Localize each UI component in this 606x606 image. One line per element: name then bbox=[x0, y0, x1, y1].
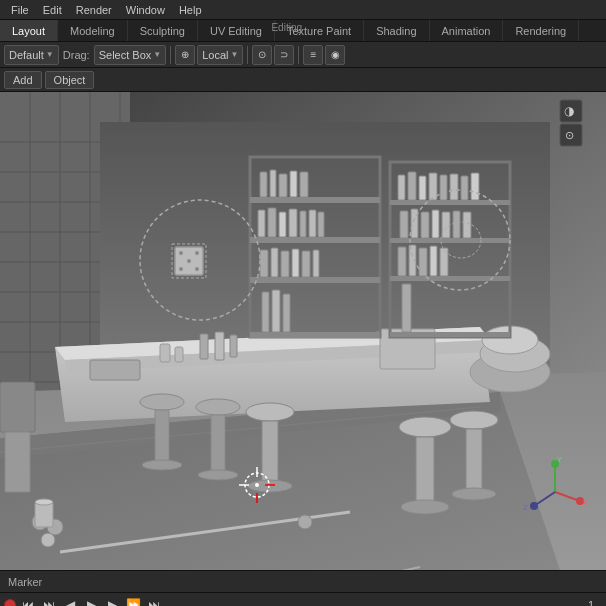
menu-bar: File Edit Render Window Help bbox=[0, 0, 606, 20]
svg-rect-48 bbox=[300, 172, 308, 197]
scene-svg: Y X Z ◑ ⊙ bbox=[0, 92, 606, 570]
svg-rect-95 bbox=[211, 415, 225, 475]
svg-rect-85 bbox=[398, 247, 406, 276]
svg-rect-52 bbox=[289, 209, 297, 237]
svg-rect-62 bbox=[262, 292, 269, 332]
svg-rect-108 bbox=[160, 344, 170, 362]
prev-keyframe-button[interactable]: ⏭ bbox=[40, 596, 58, 607]
svg-rect-82 bbox=[442, 212, 450, 238]
play-button[interactable]: ▶ bbox=[82, 596, 100, 607]
svg-point-97 bbox=[246, 403, 294, 421]
svg-rect-31 bbox=[90, 360, 140, 380]
next-frame-button[interactable]: ▶ bbox=[103, 596, 121, 607]
marker-label: Marker bbox=[8, 576, 42, 588]
svg-text:⊙: ⊙ bbox=[565, 129, 574, 141]
svg-rect-51 bbox=[279, 212, 286, 237]
menu-render[interactable]: Render bbox=[69, 2, 119, 18]
svg-rect-74 bbox=[440, 175, 447, 200]
svg-rect-80 bbox=[421, 212, 429, 238]
svg-point-100 bbox=[399, 417, 451, 437]
svg-rect-44 bbox=[260, 172, 267, 197]
svg-rect-81 bbox=[432, 210, 439, 238]
svg-rect-64 bbox=[283, 294, 290, 332]
svg-point-94 bbox=[196, 399, 240, 415]
toolbar2: Add Object bbox=[0, 68, 606, 92]
tab-animation[interactable]: Animation bbox=[430, 20, 504, 41]
svg-rect-34 bbox=[230, 335, 237, 357]
tab-rendering[interactable]: Rendering bbox=[503, 20, 579, 41]
jump-end-button[interactable]: ⏭ bbox=[145, 596, 163, 607]
proportional-icon-btn[interactable]: ⊃ bbox=[274, 45, 294, 65]
svg-rect-92 bbox=[155, 410, 169, 465]
pivot-icon-btn[interactable]: ⊙ bbox=[252, 45, 272, 65]
svg-rect-46 bbox=[279, 174, 287, 197]
menu-file[interactable]: File bbox=[4, 2, 36, 18]
drag-label: Drag: bbox=[61, 49, 92, 61]
svg-rect-43 bbox=[250, 332, 380, 338]
snap-icon-btn[interactable]: ⊕ bbox=[175, 45, 195, 65]
svg-rect-63 bbox=[272, 290, 280, 332]
svg-rect-106 bbox=[0, 382, 35, 432]
tab-shading[interactable]: Shading bbox=[364, 20, 429, 41]
svg-point-27 bbox=[298, 515, 312, 529]
separator-3 bbox=[298, 46, 299, 64]
svg-rect-98 bbox=[262, 421, 278, 486]
transform-orientation-dropdown[interactable]: Local ▼ bbox=[197, 45, 243, 65]
svg-rect-84 bbox=[463, 212, 471, 238]
svg-rect-67 bbox=[390, 238, 510, 243]
editing-label: Editing bbox=[267, 20, 306, 35]
svg-point-121 bbox=[187, 259, 191, 263]
svg-text:Z: Z bbox=[523, 503, 528, 512]
svg-rect-76 bbox=[461, 176, 468, 200]
svg-point-119 bbox=[179, 251, 183, 255]
svg-rect-42 bbox=[250, 277, 380, 283]
svg-rect-54 bbox=[309, 210, 316, 237]
tab-sculpting[interactable]: Sculpting bbox=[128, 20, 198, 41]
tabs-bar: Layout Modeling Sculpting UV Editing Tex… bbox=[0, 20, 606, 42]
tab-modeling[interactable]: Modeling bbox=[58, 20, 128, 41]
toolbar: Default ▼ Drag: Select Box ▼ ⊕ Local ▼ ⊙… bbox=[0, 42, 606, 68]
transform-orientation-label: Local bbox=[202, 49, 228, 61]
object-button[interactable]: Object bbox=[45, 71, 95, 89]
svg-rect-83 bbox=[453, 211, 460, 238]
svg-rect-25 bbox=[35, 502, 53, 527]
svg-point-102 bbox=[401, 500, 449, 514]
extra-icon-btn[interactable]: ≡ bbox=[303, 45, 323, 65]
jump-start-button[interactable]: ⏮ bbox=[19, 596, 37, 607]
svg-rect-75 bbox=[450, 174, 458, 200]
svg-point-120 bbox=[195, 251, 199, 255]
menu-help[interactable]: Help bbox=[172, 2, 209, 18]
svg-rect-90 bbox=[402, 284, 411, 332]
select-box-dropdown[interactable]: Select Box ▼ bbox=[94, 45, 167, 65]
svg-rect-87 bbox=[419, 248, 427, 276]
svg-rect-45 bbox=[270, 170, 276, 197]
record-button[interactable] bbox=[4, 599, 16, 607]
svg-point-99 bbox=[248, 480, 292, 492]
svg-rect-69 bbox=[390, 332, 510, 337]
svg-text:Y: Y bbox=[557, 455, 563, 464]
svg-point-26 bbox=[35, 499, 53, 505]
svg-point-93 bbox=[142, 460, 182, 470]
svg-rect-77 bbox=[471, 173, 479, 200]
svg-rect-59 bbox=[292, 249, 299, 277]
svg-point-91 bbox=[140, 394, 184, 410]
menu-window[interactable]: Window bbox=[119, 2, 172, 18]
prev-frame-button[interactable]: ◀ bbox=[61, 596, 79, 607]
svg-rect-78 bbox=[400, 211, 408, 238]
tab-uv-editing[interactable]: UV Editing bbox=[198, 20, 275, 41]
mode-chevron-icon: ▼ bbox=[46, 50, 54, 59]
viewport[interactable]: Y X Z ◑ ⊙ bbox=[0, 92, 606, 570]
svg-rect-50 bbox=[268, 208, 276, 237]
next-keyframe-button[interactable]: ⏩ bbox=[124, 596, 142, 607]
tab-layout[interactable]: Layout bbox=[0, 20, 58, 41]
extra2-icon-btn[interactable]: ◉ bbox=[325, 45, 345, 65]
svg-text:X: X bbox=[582, 498, 588, 507]
svg-rect-60 bbox=[302, 251, 310, 277]
menu-edit[interactable]: Edit bbox=[36, 2, 69, 18]
svg-rect-56 bbox=[260, 250, 268, 277]
mode-dropdown[interactable]: Default ▼ bbox=[4, 45, 59, 65]
add-button[interactable]: Add bbox=[4, 71, 42, 89]
svg-rect-33 bbox=[215, 332, 224, 360]
status-bar: Marker bbox=[0, 570, 606, 592]
svg-rect-41 bbox=[250, 237, 380, 243]
